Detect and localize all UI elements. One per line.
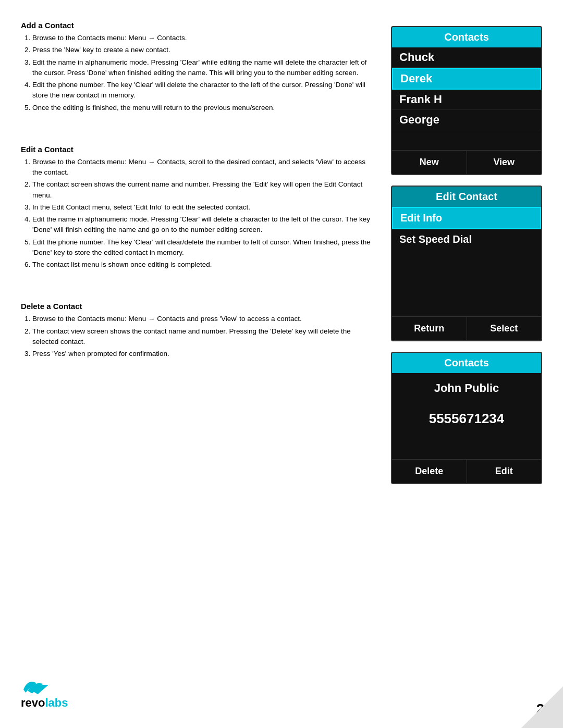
contact-frank-h[interactable]: Frank H <box>392 90 541 110</box>
add-step-3: Edit the name in alphanumeric mode. Pres… <box>32 57 375 79</box>
contact-chuck[interactable]: Chuck <box>392 47 541 68</box>
delete-step-1: Browse to the Contacts menu: Menu → Cont… <box>32 314 375 324</box>
contact-derek[interactable]: Derek <box>392 68 541 90</box>
contact-name-display: John Public <box>392 373 541 398</box>
instructions-column: Add a Contact Browse to the Contacts men… <box>21 21 375 707</box>
logo-area: revolabs <box>21 674 68 710</box>
edit-step-5: Edit the phone number. The key 'Clear' w… <box>32 237 375 258</box>
contact-view-buttons: Delete Edit <box>392 459 541 483</box>
delete-step-3: Press 'Yes' when prompted for confirmati… <box>32 349 375 359</box>
edit-contact-steps: Browse to the Contacts menu: Menu → Cont… <box>32 157 375 272</box>
edit-step-3: In the Edit Contact menu, select 'Edit I… <box>32 202 375 213</box>
select-button[interactable]: Select <box>467 317 542 340</box>
edit-step-6: The contact list menu is shown once edit… <box>32 260 375 270</box>
delete-contact-title: Delete a Contact <box>21 302 375 311</box>
contact-george[interactable]: George <box>392 110 541 130</box>
logo-revo: revo <box>21 696 45 710</box>
contacts-list-title: Contacts <box>392 27 541 47</box>
add-step-5: Once the editing is finished, the menu w… <box>32 103 375 113</box>
add-step-1: Browse to the Contacts menu: Menu → Cont… <box>32 33 375 43</box>
contact-view-screen: Contacts John Public 5555671234 Delete E… <box>391 352 542 484</box>
logo-text: revolabs <box>21 696 68 710</box>
new-button[interactable]: New <box>392 151 467 174</box>
contacts-list-buttons: New View <box>392 150 541 174</box>
delete-contact-steps: Browse to the Contacts menu: Menu → Cont… <box>32 314 375 361</box>
contacts-list-screen: Contacts Chuck Derek Frank H George New … <box>391 26 542 175</box>
contact-view-title: Contacts <box>392 353 541 373</box>
edit-contact-title-bar: Edit Contact <box>392 187 541 207</box>
device-screens-column: Contacts Chuck Derek Frank H George New … <box>391 21 547 707</box>
delete-step-2: The contact view screen shows the contac… <box>32 326 375 348</box>
add-step-4: Edit the phone number. The key 'Clear' w… <box>32 80 375 101</box>
edit-contact-title: Edit a Contact <box>21 145 375 154</box>
edit-step-4: Edit the name in alphanumeric mode. Pres… <box>32 214 375 236</box>
contact-list: Chuck Derek Frank H George <box>392 47 541 146</box>
edit-button[interactable]: Edit <box>467 460 542 483</box>
edit-contact-screen: Edit Contact Edit Info Set Speed Dial Re… <box>391 186 542 341</box>
contact-number-display: 5555671234 <box>392 403 541 439</box>
set-speed-dial-item[interactable]: Set Speed Dial <box>392 229 541 250</box>
triangle-decoration <box>521 686 563 728</box>
edit-info-item[interactable]: Edit Info <box>392 207 541 229</box>
add-step-2: Press the 'New' key to create a new cont… <box>32 45 375 55</box>
edit-step-1: Browse to the Contacts menu: Menu → Cont… <box>32 157 375 178</box>
add-contact-steps: Browse to the Contacts menu: Menu → Cont… <box>32 33 375 115</box>
return-button[interactable]: Return <box>392 317 467 340</box>
edit-contact-buttons: Return Select <box>392 316 541 340</box>
logo-labs: labs <box>45 696 68 710</box>
edit-step-2: The contact screen shows the current nam… <box>32 179 375 201</box>
edit-contact-menu: Edit Info Set Speed Dial <box>392 207 541 312</box>
view-button[interactable]: View <box>467 151 542 174</box>
add-contact-title: Add a Contact <box>21 21 375 30</box>
revolabs-logo-icon <box>21 674 52 695</box>
delete-button[interactable]: Delete <box>392 460 467 483</box>
